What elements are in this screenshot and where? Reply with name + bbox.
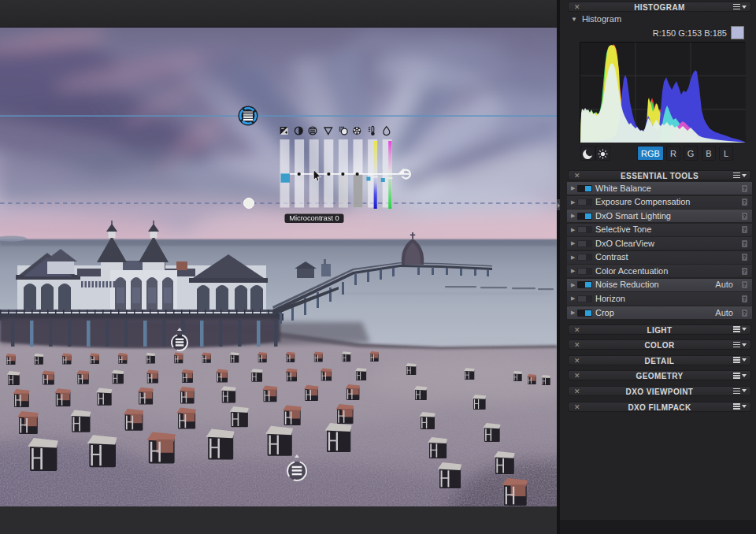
svg-text:Microcontrast 0: Microcontrast 0 [289, 214, 339, 222]
